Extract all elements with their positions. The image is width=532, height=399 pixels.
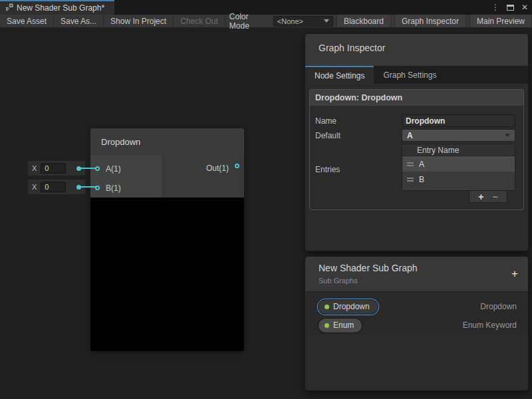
close-icon[interactable]: ✕ (521, 3, 528, 11)
blackboard-content: Dropdown Dropdown Enum Enum Keyword (305, 292, 528, 334)
slot-value-widget-b: X 0 (28, 180, 85, 194)
maximize-icon[interactable] (507, 5, 514, 11)
node-output-section: Out(1) (162, 155, 244, 198)
default-label: Default (315, 131, 402, 140)
dropdown-settings-section: Dropdown: Dropdown Name Dropdown Default… (309, 89, 524, 210)
property-type-label: Enum Keyword (463, 321, 517, 330)
dropdown-property-pill[interactable]: Dropdown (319, 300, 378, 314)
document-title: New Shader Sub Graph* (17, 3, 104, 13)
add-property-button[interactable]: + (511, 268, 518, 279)
value-field-a[interactable]: 0 (41, 163, 66, 174)
entries-list-header: Entry Name (402, 144, 515, 156)
entry-name: B (419, 175, 424, 184)
section-body: Name Dropdown Default A Entries Entry Na… (310, 106, 523, 209)
entries-list-footer: + − (402, 191, 515, 203)
slot-value-widget-a: X 0 (28, 161, 85, 176)
blackboard-row-enum: Enum Enum Keyword (305, 316, 528, 334)
pill-label: Enum (333, 321, 354, 330)
node-body: A(1) B(1) Out(1) (90, 155, 244, 198)
entries-field-row: Entries Entry Name A B (315, 144, 515, 203)
name-input[interactable]: Dropdown (402, 114, 515, 127)
entries-list-padding (402, 187, 515, 190)
keyword-dot-icon (325, 323, 329, 328)
graph-inspector-toggle-button[interactable]: Graph Inspector (394, 15, 466, 27)
name-label: Name (315, 116, 402, 126)
graph-inspector-panel: Graph Inspector Node Settings Graph Sett… (305, 33, 529, 251)
input-port-row-b: B(1) (90, 178, 162, 198)
blackboard-subtitle: Sub Graphs (319, 277, 528, 285)
window-menu-icon[interactable]: ⋮ (491, 3, 499, 11)
entry-name: A (419, 160, 424, 169)
graph-toolbar: Save Asset Save As... Show In Project Ch… (0, 15, 532, 28)
dropdown-arrow-icon (505, 134, 510, 137)
output-port-icon[interactable] (235, 164, 239, 168)
drag-handle-icon[interactable] (407, 162, 414, 166)
blackboard-title: New Shader Sub Graph (319, 263, 528, 273)
input-port-row-a: A(1) (90, 159, 162, 178)
default-dropdown[interactable]: A (402, 129, 515, 142)
blackboard-toggle-button[interactable]: Blackboard (336, 15, 391, 27)
blackboard-panel: New Shader Sub Graph Sub Graphs + Dropdo… (305, 256, 529, 391)
keyword-dot-icon (325, 305, 329, 309)
dropdown-node[interactable]: Dropdown A(1) B(1) Out(1) (90, 128, 244, 351)
check-out-button: Check Out (174, 15, 225, 27)
tab-graph-settings[interactable]: Graph Settings (374, 66, 446, 84)
blackboard-row-dropdown: Dropdown Dropdown (305, 297, 528, 316)
property-type-label: Dropdown (480, 302, 517, 311)
inspector-content: Dropdown: Dropdown Name Dropdown Default… (305, 84, 528, 215)
entry-row-a[interactable]: A (402, 156, 515, 172)
window-controls: ⋮ ✕ (491, 0, 528, 15)
default-value: A (407, 131, 413, 140)
entries-label: Entries (315, 144, 402, 174)
axis-label-b: X (32, 183, 37, 191)
inspector-title: Graph Inspector (319, 43, 385, 53)
node-title: Dropdown (101, 137, 140, 147)
color-mode-label: Color Mode (225, 15, 273, 27)
enum-property-pill[interactable]: Enum (319, 319, 362, 332)
subgraph-asset-icon (5, 3, 13, 13)
tab-node-settings[interactable]: Node Settings (305, 66, 374, 84)
inspector-tabstrip: Node Settings Graph Settings (305, 66, 528, 84)
entries-list: Entry Name A B (402, 144, 515, 203)
input-port-a-label: A(1) (106, 164, 121, 174)
document-tab[interactable]: New Shader Sub Graph* (0, 0, 114, 15)
drag-handle-icon[interactable] (407, 178, 414, 182)
input-port-b-label: B(1) (106, 184, 121, 193)
edge-b (80, 186, 96, 188)
inspector-header[interactable]: Graph Inspector (305, 34, 528, 66)
main-preview-toggle-button[interactable]: Main Preview (469, 15, 532, 27)
dropdown-arrow-icon (324, 19, 329, 23)
node-input-section: A(1) B(1) (90, 155, 162, 198)
section-title: Dropdown: Dropdown (310, 90, 523, 106)
color-mode-dropdown[interactable]: <None> (273, 16, 333, 27)
save-asset-button[interactable]: Save Asset (0, 15, 54, 27)
remove-entry-button[interactable]: − (493, 192, 498, 201)
axis-label-a: X (32, 164, 37, 172)
entry-row-b[interactable]: B (402, 172, 515, 187)
output-port-label: Out(1) (206, 164, 229, 173)
value-field-b[interactable]: 0 (41, 182, 66, 192)
save-as-button[interactable]: Save As... (54, 15, 104, 27)
show-in-project-button[interactable]: Show In Project (104, 15, 174, 27)
pill-label: Dropdown (333, 302, 370, 311)
default-field-row: Default A (315, 129, 515, 142)
add-entry-button[interactable]: + (478, 192, 483, 201)
entries-list-buttons: + − (469, 191, 507, 203)
name-field-row: Name Dropdown (315, 114, 515, 127)
node-header[interactable]: Dropdown (90, 128, 244, 155)
color-mode-value: <None> (277, 17, 303, 25)
blackboard-header[interactable]: New Shader Sub Graph Sub Graphs + (305, 257, 528, 292)
entries-list-box: Entry Name A B (402, 144, 515, 191)
edge-a (80, 168, 96, 169)
node-preview (90, 198, 244, 351)
